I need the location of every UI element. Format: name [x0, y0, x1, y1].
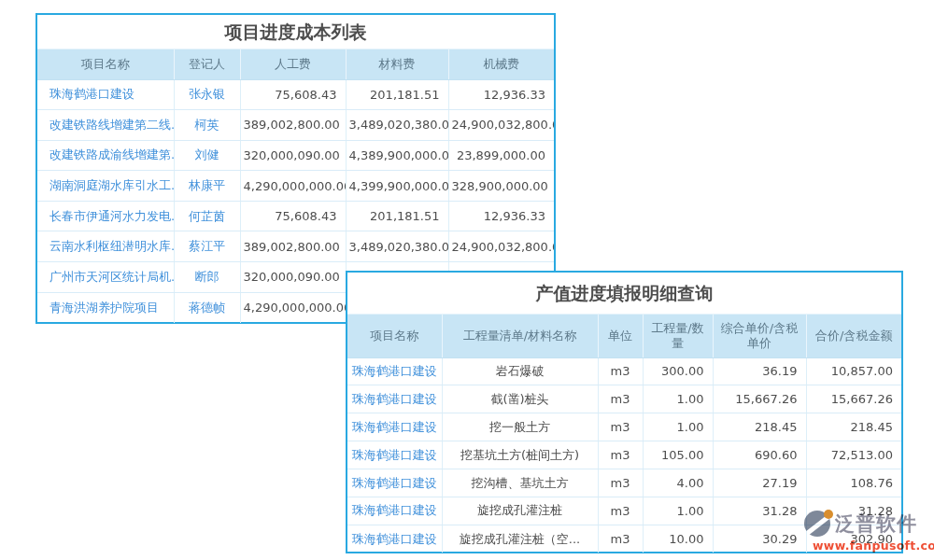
- col-header-boq-material-name: 工程量清单/材料名称: [442, 315, 598, 357]
- material-cost-cell: 3,489,020,380.00: [346, 231, 448, 262]
- machine-cost-cell: 328,900,000.00: [448, 171, 554, 202]
- unit-price-cell: 30.29: [713, 525, 806, 553]
- material-cost-cell: 4,399,900,000.00: [346, 171, 448, 202]
- registrant-link[interactable]: 柯英: [174, 110, 240, 141]
- boq-item-cell: 旋挖成孔灌注桩: [442, 497, 598, 525]
- cost-table-row: 改建铁路成渝线增建第... 刘健 320,000,090.00 4,389,90…: [37, 140, 554, 171]
- amount-cell: 218.45: [806, 413, 901, 441]
- cost-table-row: 湖南洞庭湖水库引水工... 林康平 4,290,000,000.00 4,399…: [37, 171, 554, 202]
- quantity-cell: 105.00: [643, 441, 713, 469]
- project-name-link[interactable]: 广州市天河区统计局机...: [37, 262, 174, 293]
- project-name-link[interactable]: 改建铁路线增建第二线...: [37, 110, 174, 141]
- registrant-link[interactable]: 断郎: [174, 262, 240, 293]
- material-cost-cell: 201,181.51: [346, 201, 448, 231]
- quantity-cell: 10.00: [643, 525, 713, 553]
- quantity-cell: 1.00: [643, 497, 713, 525]
- unit-price-cell: 31.28: [713, 497, 806, 525]
- amount-cell: 108.76: [806, 469, 901, 497]
- output-table-row: 珠海鹤港口建设 旋挖成孔灌注桩 m3 1.00 31.28 31.28: [347, 497, 901, 525]
- unit-cell: m3: [598, 357, 643, 385]
- cost-header-row: 项目名称 登记人 人工费 材料费 机械费: [37, 49, 554, 79]
- amount-cell: 10,857.00: [806, 357, 901, 385]
- col-header-unit: 单位: [598, 315, 643, 357]
- project-name-link[interactable]: 珠海鹤港口建设: [347, 441, 442, 469]
- boq-item-cell: 截(凿)桩头: [442, 385, 598, 413]
- registrant-link[interactable]: 林康平: [174, 171, 240, 202]
- registrant-link[interactable]: 刘健: [174, 140, 240, 171]
- output-table-row: 珠海鹤港口建设 挖一般土方 m3 1.00 218.45 218.45: [347, 413, 901, 441]
- cost-table-row: 长春市伊通河水力发电... 何芷茵 75,608.43 201,181.51 1…: [37, 201, 554, 231]
- material-cost-cell: 201,181.51: [346, 79, 448, 110]
- output-detail-title: 产值进度填报明细查询: [347, 273, 901, 315]
- cost-table-row: 珠海鹤港口建设 张永银 75,608.43 201,181.51 12,936.…: [37, 79, 554, 110]
- quantity-cell: 1.00: [643, 385, 713, 413]
- output-table-row: 珠海鹤港口建设 截(凿)桩头 m3 1.00 15,667.26 15,667.…: [347, 385, 901, 413]
- unit-price-cell: 218.45: [713, 413, 806, 441]
- amount-cell: 302.90: [806, 525, 901, 553]
- labor-cost-cell: 389,002,800.00: [240, 110, 346, 141]
- boq-item-cell: 旋挖成孔灌注桩（空...: [442, 525, 598, 553]
- amount-cell: 15,667.26: [806, 385, 901, 413]
- quantity-cell: 1.00: [643, 413, 713, 441]
- output-detail-panel: 产值进度填报明细查询 项目名称 工程量清单/材料名称 单位 工程量/数量 综合单…: [346, 271, 903, 553]
- project-name-link[interactable]: 改建铁路成渝线增建第...: [37, 140, 174, 171]
- labor-cost-cell: 389,002,800.00: [240, 231, 346, 262]
- project-name-link[interactable]: 珠海鹤港口建设: [347, 385, 442, 413]
- project-name-link[interactable]: 长春市伊通河水力发电...: [37, 201, 174, 231]
- project-name-link[interactable]: 青海洪湖养护院项目: [37, 292, 174, 323]
- col-header-registrant: 登记人: [174, 49, 240, 79]
- unit-price-cell: 15,667.26: [713, 385, 806, 413]
- output-table-row: 珠海鹤港口建设 旋挖成孔灌注桩（空... m3 10.00 30.29 302.…: [347, 525, 901, 553]
- output-detail-table: 项目名称 工程量清单/材料名称 单位 工程量/数量 综合单价/含税单价 合价/含…: [347, 315, 901, 553]
- boq-item-cell: 挖一般土方: [442, 413, 598, 441]
- project-name-link[interactable]: 珠海鹤港口建设: [37, 79, 174, 110]
- boq-item-cell: 岩石爆破: [442, 357, 598, 385]
- unit-price-cell: 27.19: [713, 469, 806, 497]
- registrant-link[interactable]: 蒋德帧: [174, 292, 240, 323]
- project-name-link[interactable]: 湖南洞庭湖水库引水工...: [37, 171, 174, 202]
- unit-cell: m3: [598, 385, 643, 413]
- machine-cost-cell: 24,900,032,800.00: [448, 110, 554, 141]
- amount-cell: 31.28: [806, 497, 901, 525]
- labor-cost-cell: 320,000,090.00: [240, 262, 346, 293]
- machine-cost-cell: 23,899,000.00: [448, 140, 554, 171]
- col-header-unit-price: 综合单价/含税单价: [713, 315, 806, 357]
- project-name-link[interactable]: 珠海鹤港口建设: [347, 525, 442, 553]
- amount-cell: 72,513.00: [806, 441, 901, 469]
- project-name-link[interactable]: 珠海鹤港口建设: [347, 357, 442, 385]
- quantity-cell: 300.00: [643, 357, 713, 385]
- unit-cell: m3: [598, 525, 643, 553]
- unit-price-cell: 690.60: [713, 441, 806, 469]
- labor-cost-cell: 320,000,090.00: [240, 140, 346, 171]
- machine-cost-cell: 12,936.33: [448, 79, 554, 110]
- cost-table-row: 改建铁路线增建第二线... 柯英 389,002,800.00 3,489,02…: [37, 110, 554, 141]
- machine-cost-cell: 12,936.33: [448, 201, 554, 231]
- col-header-material-cost: 材料费: [346, 49, 448, 79]
- unit-cell: m3: [598, 441, 643, 469]
- material-cost-cell: 4,389,900,000.00: [346, 140, 448, 171]
- boq-item-cell: 挖基坑土方(桩间土方): [442, 441, 598, 469]
- page: 项目进度成本列表 项目名称 登记人 人工费 材料费 机械费 珠海鹤港口: [0, 0, 934, 560]
- col-header-project-name: 项目名称: [347, 315, 442, 357]
- project-name-link[interactable]: 云南水利枢纽潜明水库...: [37, 231, 174, 262]
- unit-cell: m3: [598, 469, 643, 497]
- labor-cost-cell: 4,290,000,000.00: [240, 292, 346, 323]
- output-header-row: 项目名称 工程量清单/材料名称 单位 工程量/数量 综合单价/含税单价 合价/含…: [347, 315, 901, 357]
- project-name-link[interactable]: 珠海鹤港口建设: [347, 469, 442, 497]
- unit-price-cell: 36.19: [713, 357, 806, 385]
- col-header-total-amount: 合价/含税金额: [806, 315, 901, 357]
- unit-cell: m3: [598, 497, 643, 525]
- quantity-cell: 4.00: [643, 469, 713, 497]
- registrant-link[interactable]: 张永银: [174, 79, 240, 110]
- col-header-machine-cost: 机械费: [448, 49, 554, 79]
- registrant-link[interactable]: 蔡江平: [174, 231, 240, 262]
- cost-list-title: 项目进度成本列表: [37, 15, 554, 49]
- labor-cost-cell: 4,290,000,000.00: [240, 171, 346, 202]
- output-table-row: 珠海鹤港口建设 岩石爆破 m3 300.00 36.19 10,857.00: [347, 357, 901, 385]
- output-table-row: 珠海鹤港口建设 挖沟槽、基坑土方 m3 4.00 27.19 108.76: [347, 469, 901, 497]
- project-name-link[interactable]: 珠海鹤港口建设: [347, 497, 442, 525]
- unit-cell: m3: [598, 413, 643, 441]
- project-name-link[interactable]: 珠海鹤港口建设: [347, 413, 442, 441]
- labor-cost-cell: 75,608.43: [240, 79, 346, 110]
- registrant-link[interactable]: 何芷茵: [174, 201, 240, 231]
